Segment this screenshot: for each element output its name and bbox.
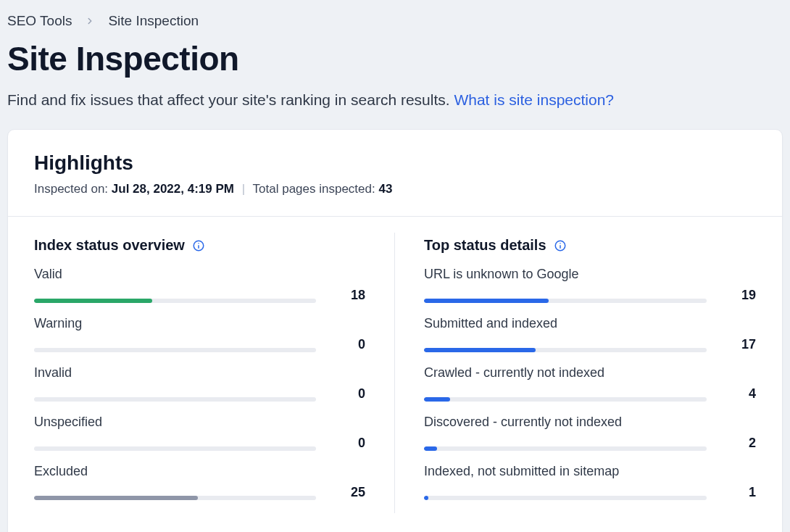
breadcrumb: SEO Tools Site Inspection [7, 13, 783, 29]
info-icon[interactable] [192, 239, 205, 252]
metric-row[interactable]: Valid18 [34, 267, 365, 303]
metric-label: Invalid [34, 365, 365, 381]
metric-value: 18 [329, 288, 365, 303]
svg-point-5 [560, 242, 561, 244]
metric-label: Indexed, not submitted in sitemap [424, 464, 756, 479]
meta-divider: | [242, 182, 245, 196]
metric-row[interactable]: Invalid0 [34, 365, 365, 402]
page-title: Site Inspection [7, 39, 783, 78]
highlights-card: Highlights Inspected on: Jul 28, 2022, 4… [7, 129, 783, 532]
info-icon[interactable] [554, 239, 567, 252]
metric-bar-fill [34, 299, 152, 303]
metric-bar-track [424, 299, 707, 303]
metric-bar-track [424, 446, 707, 451]
metric-bar-track [424, 348, 707, 352]
metric-label: Unspecified [34, 415, 365, 430]
metric-value: 0 [329, 436, 365, 451]
metric-value: 19 [720, 288, 756, 303]
inspected-on-value: Jul 28, 2022, 4:19 PM [112, 182, 234, 196]
metric-label: Excluded [34, 464, 365, 479]
metric-label: URL is unknown to Google [424, 267, 756, 282]
index-status-overview-heading: Index status overview [34, 237, 185, 254]
metric-label: Discovered - currently not indexed [424, 415, 756, 430]
top-status-details-column: Top status details URL is unknown to Goo… [395, 233, 756, 513]
highlights-meta: Inspected on: Jul 28, 2022, 4:19 PM | To… [34, 182, 756, 196]
metric-value: 4 [720, 386, 756, 402]
highlights-heading: Highlights [34, 151, 756, 175]
metric-bar-fill [424, 496, 428, 500]
breadcrumb-current: Site Inspection [108, 13, 199, 29]
highlights-columns: Index status overview Valid18Warning0Inv… [34, 233, 756, 513]
metric-value: 17 [720, 337, 756, 352]
metric-label: Submitted and indexed [424, 316, 756, 331]
metric-row[interactable]: Unspecified0 [34, 415, 365, 451]
metric-bar-fill [424, 348, 536, 352]
metric-bar-track [34, 348, 316, 352]
metric-row[interactable]: Crawled - currently not indexed4 [424, 365, 756, 402]
metric-bar-track [34, 496, 316, 500]
metric-bar-track [424, 397, 707, 402]
metric-bar-track [34, 397, 316, 402]
metric-label: Valid [34, 267, 365, 282]
metric-bar-track [34, 299, 316, 303]
page-subtitle: Find and fix issues that affect your sit… [7, 91, 783, 109]
metric-row[interactable]: Submitted and indexed17 [424, 316, 756, 352]
svg-point-2 [198, 242, 199, 244]
metric-value: 2 [720, 436, 756, 451]
metric-row[interactable]: Discovered - currently not indexed2 [424, 415, 756, 451]
metric-value: 0 [329, 337, 365, 352]
inspected-on-label: Inspected on: [34, 182, 112, 196]
total-pages-value: 43 [378, 182, 392, 196]
metric-bar-fill [424, 299, 549, 303]
metric-row[interactable]: Warning0 [34, 316, 365, 352]
top-status-details-heading: Top status details [424, 237, 546, 254]
metric-value: 25 [329, 485, 365, 500]
total-pages-label: Total pages inspected: [253, 182, 379, 196]
metric-row[interactable]: Excluded25 [34, 464, 365, 500]
metric-value: 0 [329, 386, 365, 402]
metric-label: Crawled - currently not indexed [424, 365, 756, 381]
metric-bar-fill [34, 496, 198, 500]
card-divider [8, 216, 782, 217]
breadcrumb-root-link[interactable]: SEO Tools [7, 13, 72, 29]
page-subtitle-text: Find and fix issues that affect your sit… [7, 91, 454, 108]
metric-row[interactable]: Indexed, not submitted in sitemap1 [424, 464, 756, 500]
metric-value: 1 [720, 485, 756, 500]
chevron-right-icon [85, 16, 95, 26]
index-status-overview-column: Index status overview Valid18Warning0Inv… [34, 233, 395, 513]
metric-bar-track [424, 496, 707, 500]
metric-bar-fill [424, 446, 437, 451]
metric-label: Warning [34, 316, 365, 331]
what-is-site-inspection-link[interactable]: What is site inspection? [454, 91, 614, 108]
metric-row[interactable]: URL is unknown to Google19 [424, 267, 756, 303]
metric-bar-track [34, 446, 316, 451]
metric-bar-fill [424, 397, 450, 402]
